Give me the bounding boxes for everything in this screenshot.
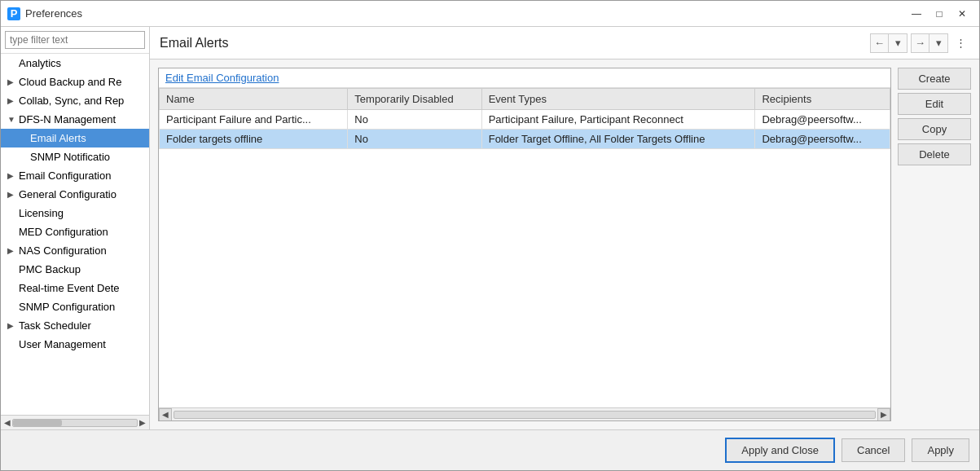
sidebar-item-label-med-configuration: MED Configuration [19, 226, 143, 238]
sidebar-item-label-pmc-backup: PMC Backup [19, 263, 143, 275]
sidebar-item-cloud-backup[interactable]: ▶Cloud Backup and Re [1, 73, 149, 91]
cell-recipients: Debrag@peersoftw... [755, 110, 890, 130]
close-button[interactable]: ✕ [951, 6, 973, 22]
table-wrapper[interactable]: Name Temporarily Disabled Event Types Re… [159, 88, 890, 407]
minimize-button[interactable]: — [906, 6, 927, 22]
tree-arrow-email-configuration: ▶ [7, 171, 19, 180]
sidebar-item-label-nas-configuration: NAS Configuration [19, 244, 143, 257]
sidebar-item-snmp-notification[interactable]: SNMP Notificatio [1, 147, 149, 166]
nav-menu-button[interactable]: ⋮ [951, 34, 969, 52]
col-event-types: Event Types [481, 89, 755, 110]
link-bar: Edit Email Configuration [159, 68, 890, 88]
search-input[interactable] [5, 31, 145, 49]
table-row[interactable]: Participant Failure and Partic...NoParti… [160, 110, 890, 130]
nav-forward-button[interactable]: → [912, 34, 929, 52]
sidebar-scrollbar-thumb [13, 420, 62, 426]
col-name: Name [160, 89, 348, 110]
main-header: Email Alerts ← ▾ → ▾ ⋮ [150, 27, 979, 59]
nav-back-dropdown-button[interactable]: ▾ [889, 34, 907, 52]
sidebar-scroll-left-icon[interactable]: ◀ [2, 418, 12, 427]
cell-name: Participant Failure and Partic... [160, 110, 348, 130]
sidebar-scrollbar-area: ◀ ▶ [1, 415, 149, 429]
cell-event_types: Participant Failure, Participant Reconne… [481, 110, 755, 130]
footer: Apply and Close Cancel Apply [1, 429, 979, 470]
sidebar-item-label-collab-sync: Collab, Sync, and Rep [19, 95, 143, 107]
sidebar-item-label-analytics: Analytics [19, 57, 143, 69]
edit-email-config-link[interactable]: Edit Email Configuration [165, 72, 279, 84]
nav-back-group: ← ▾ [870, 33, 907, 53]
table-container: Edit Email Configuration Name Temporaril… [158, 68, 891, 421]
main-body: Edit Email Configuration Name Temporaril… [150, 59, 979, 429]
horizontal-scrollbar[interactable]: ◀ ▶ [159, 407, 890, 420]
app-icon: P [7, 7, 20, 20]
sidebar-item-label-snmp-configuration: SNMP Configuration [19, 301, 143, 313]
side-buttons-panel: Create Edit Copy Delete [898, 68, 971, 421]
apply-button[interactable]: Apply [912, 438, 969, 462]
hscroll-right-icon[interactable]: ▶ [877, 408, 890, 421]
sidebar-item-label-email-alerts: Email Alerts [30, 132, 143, 144]
table-row[interactable]: Folder targets offlineNoFolder Target Of… [160, 130, 890, 149]
create-button[interactable]: Create [898, 68, 971, 90]
tree-arrow-cloud-backup: ▶ [7, 77, 19, 86]
sidebar-item-task-scheduler[interactable]: ▶Task Scheduler [1, 316, 149, 335]
sidebar-item-dfs-n[interactable]: ▼DFS-N Management [1, 110, 149, 129]
sidebar-item-pmc-backup[interactable]: PMC Backup [1, 260, 149, 279]
sidebar-search-area [1, 27, 149, 54]
table-header-row: Name Temporarily Disabled Event Types Re… [160, 89, 890, 110]
sidebar-scrollbar[interactable] [12, 419, 138, 427]
nav-back-button[interactable]: ← [871, 34, 889, 52]
copy-button[interactable]: Copy [898, 118, 971, 140]
edit-button[interactable]: Edit [898, 93, 971, 115]
sidebar-item-med-configuration[interactable]: MED Configuration [1, 222, 149, 241]
tree-arrow-general-configuration: ▶ [7, 190, 19, 199]
delete-button[interactable]: Delete [898, 143, 971, 165]
sidebar-item-label-email-configuration: Email Configuration [19, 169, 143, 182]
hscroll-left-icon[interactable]: ◀ [159, 408, 172, 421]
window-title: Preferences [25, 7, 906, 20]
cell-name: Folder targets offline [160, 130, 348, 149]
window-controls: — □ ✕ [906, 6, 973, 22]
sidebar-item-label-real-time: Real-time Event Dete [19, 282, 143, 294]
nav-forward-dropdown-button[interactable]: ▾ [929, 34, 947, 52]
cell-disabled: No [348, 130, 481, 149]
cell-recipients: Debrag@peersoftw... [755, 130, 890, 149]
header-nav-actions: ← ▾ → ▾ ⋮ [870, 33, 969, 53]
preferences-window: P Preferences — □ ✕ Analytics▶Cloud Back… [0, 0, 980, 471]
sidebar-item-nas-configuration[interactable]: ▶NAS Configuration [1, 241, 149, 260]
tree-arrow-task-scheduler: ▶ [7, 321, 19, 330]
nav-forward-group: → ▾ [911, 33, 948, 53]
sidebar-tree: Analytics▶Cloud Backup and Re▶Collab, Sy… [1, 54, 149, 415]
apply-close-button[interactable]: Apply and Close [725, 438, 835, 463]
main-title: Email Alerts [160, 36, 228, 51]
content-area: Analytics▶Cloud Backup and Re▶Collab, Sy… [1, 27, 979, 429]
sidebar-item-collab-sync[interactable]: ▶Collab, Sync, and Rep [1, 91, 149, 110]
sidebar-item-user-management[interactable]: User Management [1, 335, 149, 354]
cell-disabled: No [348, 110, 481, 130]
sidebar-item-licensing[interactable]: Licensing [1, 204, 149, 222]
sidebar-item-analytics[interactable]: Analytics [1, 54, 149, 73]
col-disabled: Temporarily Disabled [348, 89, 481, 110]
sidebar-item-snmp-configuration[interactable]: SNMP Configuration [1, 297, 149, 316]
title-bar: P Preferences — □ ✕ [1, 1, 979, 27]
tree-arrow-collab-sync: ▶ [7, 96, 19, 105]
main-panel: Email Alerts ← ▾ → ▾ ⋮ E [150, 27, 979, 429]
sidebar-item-label-snmp-notification: SNMP Notificatio [30, 151, 143, 163]
hscroll-track[interactable] [174, 411, 876, 419]
cell-event_types: Folder Target Offline, All Folder Target… [481, 130, 755, 149]
sidebar-item-label-user-management: User Management [19, 338, 143, 350]
sidebar-item-email-configuration[interactable]: ▶Email Configuration [1, 166, 149, 185]
sidebar-item-email-alerts[interactable]: Email Alerts [1, 129, 149, 147]
sidebar-item-label-cloud-backup: Cloud Backup and Re [19, 76, 143, 88]
col-recipients: Recipients [755, 89, 890, 110]
sidebar-item-label-task-scheduler: Task Scheduler [19, 319, 143, 332]
tree-arrow-nas-configuration: ▶ [7, 246, 19, 255]
maximize-button[interactable]: □ [929, 6, 950, 22]
sidebar-item-real-time[interactable]: Real-time Event Dete [1, 279, 149, 297]
sidebar-item-label-dfs-n: DFS-N Management [19, 113, 143, 125]
tree-arrow-dfs-n: ▼ [7, 115, 19, 124]
cancel-button[interactable]: Cancel [842, 438, 905, 462]
sidebar: Analytics▶Cloud Backup and Re▶Collab, Sy… [1, 27, 150, 429]
alerts-table: Name Temporarily Disabled Event Types Re… [159, 88, 890, 149]
sidebar-scroll-right-icon[interactable]: ▶ [138, 418, 147, 427]
sidebar-item-general-configuration[interactable]: ▶General Configuratio [1, 185, 149, 204]
